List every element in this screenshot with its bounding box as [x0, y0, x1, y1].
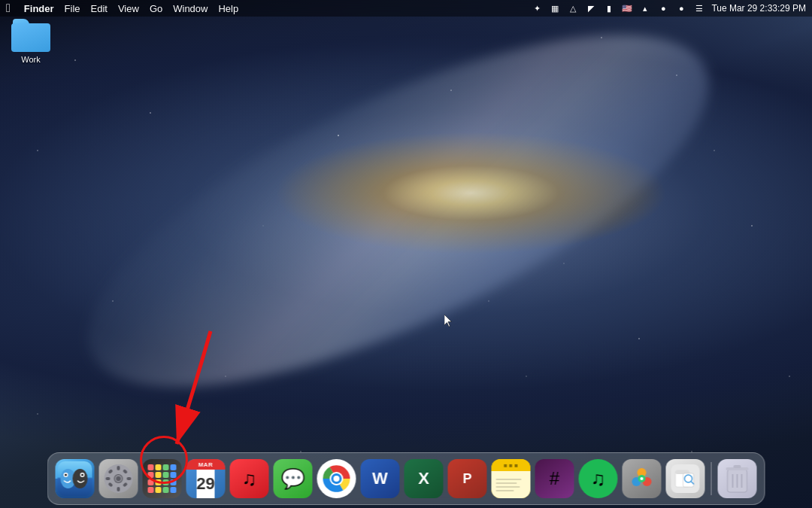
svg-rect-41 — [734, 465, 741, 468]
dock-app-excel[interactable]: X — [404, 459, 444, 498]
svg-point-24 — [334, 476, 340, 482]
svg-point-4 — [65, 474, 67, 476]
dock-app-preview[interactable] — [666, 459, 705, 498]
clock-display: Tue Mar 29 2:33:29 PM — [711, 3, 806, 14]
work-folder[interactable]: Work — [5, 19, 57, 64]
bluetooth-icon[interactable]: ◤ — [585, 2, 597, 14]
dock-app-launchpad[interactable] — [143, 459, 182, 498]
spotlight-search-icon[interactable]: ● — [675, 2, 687, 14]
menu-file[interactable]: File — [65, 3, 80, 14]
dock-app-system-prefs[interactable] — [99, 459, 138, 498]
folder-icon — [11, 19, 50, 52]
menu-window[interactable]: Window — [173, 3, 208, 14]
menu-go[interactable]: Go — [150, 3, 162, 14]
screenshot-icon[interactable]: ▦ — [549, 2, 561, 14]
svg-rect-12 — [106, 477, 111, 480]
launchpad-grid-icon — [148, 464, 177, 493]
svg-point-7 — [81, 474, 83, 476]
menubar-right: ✦ ▦ △ ◤ ▮ 🇺🇸 ▴ ● ● ☰ Tue Mar 29 2:33:29 … — [531, 2, 806, 14]
mail-date-bar: MAR — [186, 459, 226, 470]
dock-app-photos[interactable] — [623, 459, 662, 498]
volume-icon[interactable]: △ — [567, 2, 579, 14]
dock-app-messages[interactable]: 💬 — [274, 459, 313, 498]
dock-divider — [711, 462, 712, 495]
dock-app-chrome[interactable] — [317, 459, 356, 498]
svg-point-29 — [641, 477, 644, 480]
svg-rect-11 — [117, 487, 120, 491]
music-note-icon: ♫ — [242, 467, 257, 491]
svg-point-5 — [73, 469, 88, 488]
dock-app-mail[interactable]: MAR 29 — [186, 459, 226, 498]
word-icon: W — [372, 469, 388, 488]
dock-app-spotify[interactable]: ♫ — [579, 459, 618, 498]
time-machine-icon[interactable]: ● — [657, 2, 669, 14]
notification-center-icon[interactable]: ☰ — [693, 2, 705, 14]
dock-app-notes[interactable]: ■ ■ ■ — [492, 459, 531, 498]
svg-rect-10 — [117, 466, 120, 470]
menu-finder[interactable]: Finder — [24, 3, 54, 14]
menu-view[interactable]: View — [118, 3, 139, 14]
apple-menu[interactable]:  — [6, 2, 11, 15]
dock-app-powerpoint[interactable]: P — [448, 459, 487, 498]
excel-icon: X — [418, 469, 429, 488]
folder-body — [11, 23, 50, 52]
dropbox-icon[interactable]: ✦ — [531, 2, 543, 14]
mail-date-number: 29 — [196, 476, 214, 492]
svg-rect-13 — [127, 477, 132, 480]
dock-app-finder[interactable] — [56, 459, 95, 498]
menu-help[interactable]: Help — [218, 3, 238, 14]
slack-icon: # — [550, 468, 559, 489]
menubar-left:  Finder File Edit View Go Window Help — [6, 2, 531, 15]
powerpoint-icon: P — [462, 471, 471, 487]
folder-label: Work — [5, 55, 57, 64]
menu-edit[interactable]: Edit — [91, 3, 108, 14]
dock-app-word[interactable]: W — [361, 459, 400, 498]
svg-point-19 — [117, 476, 121, 481]
menubar:  Finder File Edit View Go Window Help ✦… — [0, 0, 812, 17]
spotify-icon: ♫ — [591, 467, 606, 491]
dock-app-slack[interactable]: # — [535, 459, 574, 498]
messages-bubble-icon: 💬 — [281, 467, 305, 491]
wifi-icon[interactable]: ▴ — [639, 2, 651, 14]
battery-icon[interactable]: ▮ — [603, 2, 615, 14]
dock: MAR 29 ♫ 💬 — [47, 452, 765, 505]
dock-app-trash[interactable] — [718, 459, 757, 498]
country-flag-icon[interactable]: 🇺🇸 — [621, 2, 633, 14]
dock-app-music[interactable]: ♫ — [230, 459, 269, 498]
